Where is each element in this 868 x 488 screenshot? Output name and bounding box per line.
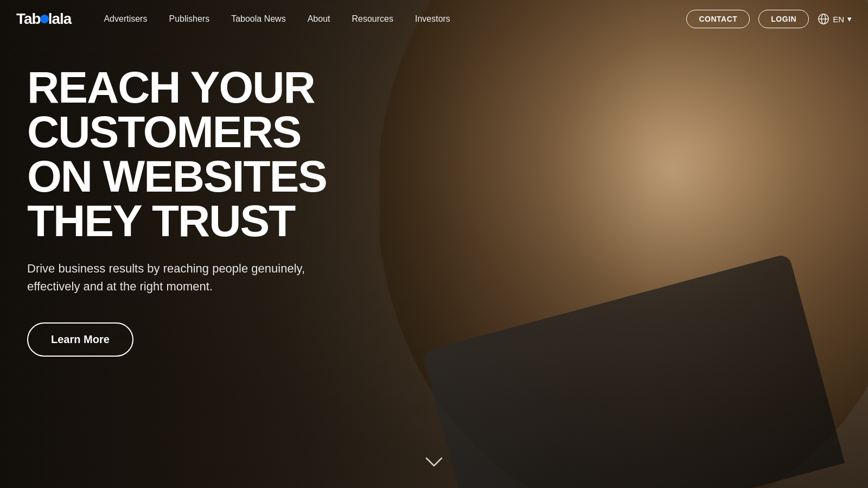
language-selector[interactable]: EN ▾ [818,13,852,25]
login-button[interactable]: LOGIN [758,10,809,28]
main-nav: Tablala Advertisers Publishers Taboola N… [0,0,868,38]
nav-publishers[interactable]: Publishers [169,14,209,24]
globe-icon [818,13,829,25]
nav-advertisers[interactable]: Advertisers [104,14,147,24]
hero-title-line2: CUSTOMERS [27,107,301,156]
hero-content: REACH YOUR CUSTOMERS ON WEBSITES THEY TR… [27,65,327,357]
hero-title: REACH YOUR CUSTOMERS ON WEBSITES THEY TR… [27,65,327,243]
nav-about[interactable]: About [308,14,330,24]
logo[interactable]: Tablala [16,10,71,28]
logo-text: Tablala [16,10,71,28]
nav-resources[interactable]: Resources [352,14,393,24]
contact-button[interactable]: CONTACT [686,10,750,28]
hero-title-line4: THEY TRUST [27,196,295,245]
logo-text-suffix: la [48,10,60,27]
nav-taboola-news[interactable]: Taboola News [231,14,286,24]
hero-title-line1: REACH YOUR [27,62,315,112]
nav-investors[interactable]: Investors [415,14,450,24]
hero-section: Tablala Advertisers Publishers Taboola N… [0,0,868,488]
nav-right-actions: CONTACT LOGIN EN ▾ [686,10,852,28]
language-label: EN [833,15,844,24]
nav-links: Advertisers Publishers Taboola News Abou… [104,14,686,24]
scroll-indicator[interactable] [424,454,444,472]
hero-title-line3: ON WEBSITES [27,151,327,201]
chevron-down-scroll-icon [424,455,444,468]
hero-subtitle: Drive business results by reaching peopl… [27,259,309,295]
chevron-down-icon: ▾ [847,14,852,24]
logo-icon-circle [40,15,49,23]
learn-more-button[interactable]: Learn More [27,322,133,357]
